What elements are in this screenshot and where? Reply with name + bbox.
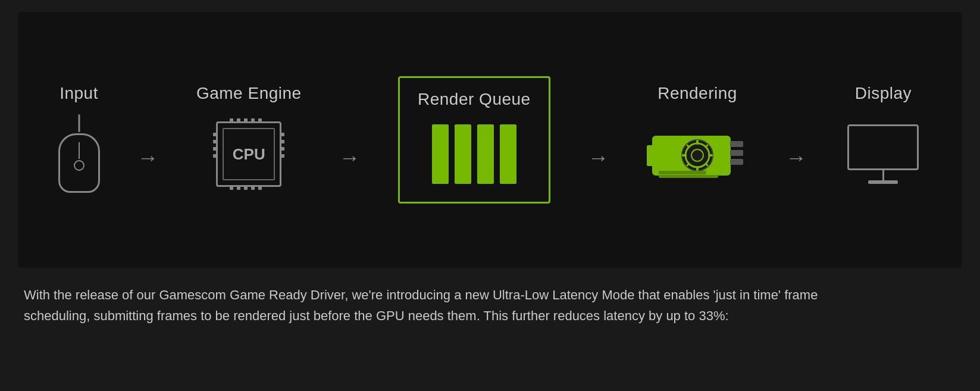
svg-rect-17 — [659, 171, 706, 174]
input-icon-area — [58, 112, 100, 196]
arrow-3: → — [588, 145, 609, 170]
arrow-1: → — [137, 145, 159, 170]
svg-line-9 — [706, 164, 707, 165]
cpu-icon: CPU — [216, 121, 281, 187]
svg-line-10 — [706, 145, 707, 147]
pipeline-item-game-engine: Game Engine CPU — [196, 84, 302, 196]
arrow-2: → — [339, 145, 361, 170]
gpu-icon-area — [647, 112, 748, 196]
svg-rect-14 — [730, 150, 743, 156]
rendering-label: Rendering — [657, 84, 737, 103]
input-label: Input — [60, 84, 98, 103]
monitor-icon-area — [844, 112, 922, 196]
cpu-label: CPU — [233, 145, 265, 164]
svg-rect-12 — [647, 145, 654, 166]
render-bars — [432, 118, 516, 190]
pipeline-item-display: Display — [844, 84, 922, 196]
page-container: Input → Game Engine — [0, 0, 980, 338]
pipeline-item-render-queue: Render Queue — [398, 76, 550, 204]
render-bar-1 — [432, 124, 449, 184]
monitor-base — [868, 180, 898, 184]
svg-rect-16 — [659, 175, 718, 178]
pipeline-item-input: Input — [58, 84, 100, 196]
render-queue-label: Render Queue — [418, 90, 531, 109]
cpu-icon-area: CPU — [216, 112, 281, 196]
text-section: With the release of our Gamescom Game Re… — [18, 284, 962, 326]
render-bar-3 — [477, 124, 494, 184]
pipeline-item-rendering: Rendering — [647, 84, 748, 196]
render-queue-box: Render Queue — [398, 76, 550, 204]
monitor-stand — [882, 170, 884, 180]
monitor-screen — [847, 124, 919, 170]
body-paragraph: With the release of our Gamescom Game Re… — [24, 284, 857, 326]
game-engine-label: Game Engine — [196, 84, 302, 103]
render-bar-4 — [500, 124, 516, 184]
gpu-icon — [647, 118, 748, 190]
monitor-icon — [844, 124, 922, 184]
svg-rect-15 — [730, 159, 743, 165]
display-label: Display — [855, 84, 912, 103]
svg-point-3 — [691, 149, 703, 161]
arrow-4: → — [785, 145, 807, 170]
svg-line-8 — [687, 145, 689, 147]
svg-line-11 — [687, 164, 689, 165]
render-bar-2 — [455, 124, 471, 184]
svg-rect-13 — [730, 141, 743, 147]
pipeline-diagram: Input → Game Engine — [18, 12, 962, 268]
mouse-icon — [58, 133, 100, 193]
